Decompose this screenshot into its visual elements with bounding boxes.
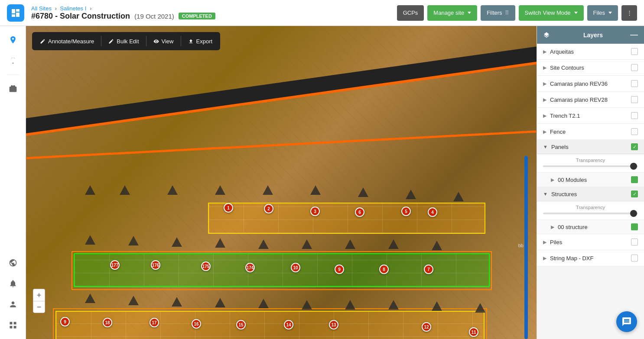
section-structures[interactable]: ▼ Structures xyxy=(537,187,644,201)
tri-3 xyxy=(167,185,178,195)
export-button[interactable]: Export xyxy=(182,34,219,48)
layer-checkbox[interactable] xyxy=(631,64,638,71)
sidebar-item-briefcase[interactable] xyxy=(4,80,22,97)
section-checkbox-structures[interactable] xyxy=(631,190,638,197)
tri-20 xyxy=(128,296,139,305)
layer-checkbox[interactable] xyxy=(631,128,638,135)
blue-cable xyxy=(524,156,528,339)
bb-label: bb xyxy=(518,243,524,248)
gcps-button[interactable]: GCPs xyxy=(397,5,424,21)
chat-button[interactable] xyxy=(616,311,637,332)
sub-layer-structures[interactable]: ▶ 00 structure xyxy=(537,220,644,234)
tri-9 xyxy=(453,192,464,201)
layer-checkbox[interactable] xyxy=(631,112,638,119)
view-button[interactable]: View xyxy=(147,34,180,48)
panel-row-3-outer xyxy=(53,308,487,339)
annotate-button[interactable]: Annotate/Measure xyxy=(34,34,100,48)
panel-row-1 xyxy=(208,203,485,234)
layer-name: String Map - DXF xyxy=(550,255,628,262)
site-link[interactable]: Salinetes I xyxy=(60,5,87,12)
transparency-slider[interactable] xyxy=(543,165,638,167)
map-background: 1 2 3 6 5 4 177 176 175 174 10 9 8 7 9 1… xyxy=(26,26,537,339)
files-button[interactable]: Files xyxy=(587,5,618,21)
section-checkbox[interactable] xyxy=(631,143,638,150)
sub-layer-checkbox-struct[interactable] xyxy=(631,223,638,230)
manage-site-button[interactable]: Manage site xyxy=(427,5,477,21)
marker-12: 12 xyxy=(422,322,431,332)
breadcrumb: All Sites › Salinetes I › xyxy=(31,5,215,12)
layer-piles[interactable]: ▶ Piles xyxy=(537,234,644,250)
layer-checkbox[interactable] xyxy=(631,80,638,87)
sidebar-item-bell[interactable] xyxy=(4,275,22,292)
expand-icon: ▶ xyxy=(543,81,546,87)
tri-11 xyxy=(128,236,139,245)
filters-button[interactable]: Filters ⠿ xyxy=(481,5,515,21)
marker-15: 15 xyxy=(236,320,246,329)
section-panels[interactable]: ▼ Panels xyxy=(537,140,644,154)
layer-arqueitas[interactable]: ▶ Arqueitas xyxy=(537,44,644,60)
marker-1: 1 xyxy=(224,203,233,213)
marker-17: 17 xyxy=(150,318,159,327)
filters-dots-icon: ⠿ xyxy=(505,10,509,16)
tri-4 xyxy=(215,185,225,195)
expand-icon: ▶ xyxy=(543,49,546,55)
sub-layer-checkbox[interactable] xyxy=(631,176,638,183)
switch-view-button[interactable]: Switch View Mode xyxy=(519,5,584,21)
expand-icon: ▶ xyxy=(543,129,546,135)
sub-layer-name: 00 structure xyxy=(558,224,628,230)
status-badge: COMPLETED xyxy=(179,13,215,19)
marker-18: 18 xyxy=(103,318,112,327)
transparency-slider-structures[interactable] xyxy=(543,213,638,214)
layer-name: Fence xyxy=(550,129,628,135)
tri-25 xyxy=(345,300,355,310)
transparency-thumb[interactable] xyxy=(630,163,637,170)
page-title: #6780 - Solar Construction (19 Oct 2021)… xyxy=(31,12,215,21)
sidebar-item-globe[interactable] xyxy=(4,254,22,271)
all-sites-link[interactable]: All Sites xyxy=(31,5,52,12)
tri-6 xyxy=(310,185,321,195)
tri-27 xyxy=(432,301,442,311)
layer-camaras-rev36[interactable]: ▶ Camaras plano REV36 xyxy=(537,76,644,92)
layer-site-contours[interactable]: ▶ Site Contours xyxy=(537,60,644,76)
tri-22 xyxy=(215,298,225,307)
zoom-in-button[interactable]: + xyxy=(33,289,45,301)
sidebar-item-binoculars[interactable] xyxy=(4,52,22,69)
marker-6: 6 xyxy=(355,207,364,217)
layer-camaras-rev28[interactable]: ▶ Camaras plano REV28 xyxy=(537,92,644,108)
marker-3: 3 xyxy=(310,207,320,216)
close-panel-icon[interactable]: — xyxy=(630,30,638,39)
tri-2 xyxy=(120,185,130,195)
sidebar-item-location[interactable] xyxy=(4,31,22,48)
layers-title: Layers xyxy=(583,32,603,39)
layer-trench[interactable]: ▶ Trench T2.1 xyxy=(537,108,644,124)
tri-28 xyxy=(475,303,485,313)
layer-fence[interactable]: ▶ Fence xyxy=(537,124,644,140)
sidebar-item-grid[interactable] xyxy=(4,316,22,334)
bulk-edit-button[interactable]: Bulk Edit xyxy=(102,34,145,48)
map-toolbar: Annotate/Measure Bulk Edit View Export xyxy=(32,32,220,50)
transparency-thumb-structures[interactable] xyxy=(630,210,637,217)
layer-checkbox[interactable] xyxy=(631,48,638,55)
tri-17 xyxy=(388,239,399,249)
map-area[interactable]: 1 2 3 6 5 4 177 176 175 174 10 9 8 7 9 1… xyxy=(26,26,537,339)
marker-19: 9 xyxy=(60,317,70,326)
layer-checkbox-piles[interactable] xyxy=(631,239,638,245)
tri-15 xyxy=(302,239,312,249)
layer-checkbox-string[interactable] xyxy=(631,255,638,262)
sub-layer-name: 00 Modules xyxy=(558,177,628,183)
sub-layer-modules[interactable]: ▶ 00 Modules xyxy=(537,173,644,187)
layer-name: Piles xyxy=(550,239,628,245)
tri-24 xyxy=(302,300,312,310)
tri-13 xyxy=(215,238,225,248)
marker-176: 176 xyxy=(151,260,160,270)
sidebar-item-user[interactable] xyxy=(4,296,22,313)
section-caret-down: ▼ xyxy=(543,144,548,149)
tri-7 xyxy=(358,187,368,197)
marker-9: 9 xyxy=(335,265,344,274)
zoom-out-button[interactable]: − xyxy=(33,301,45,313)
layer-checkbox[interactable] xyxy=(631,96,638,103)
marker-2: 2 xyxy=(264,204,273,213)
more-options-button[interactable]: ⋮ xyxy=(621,5,637,21)
layer-name: Trench T2.1 xyxy=(550,113,628,119)
layer-string-map[interactable]: ▶ String Map - DXF xyxy=(537,250,644,266)
